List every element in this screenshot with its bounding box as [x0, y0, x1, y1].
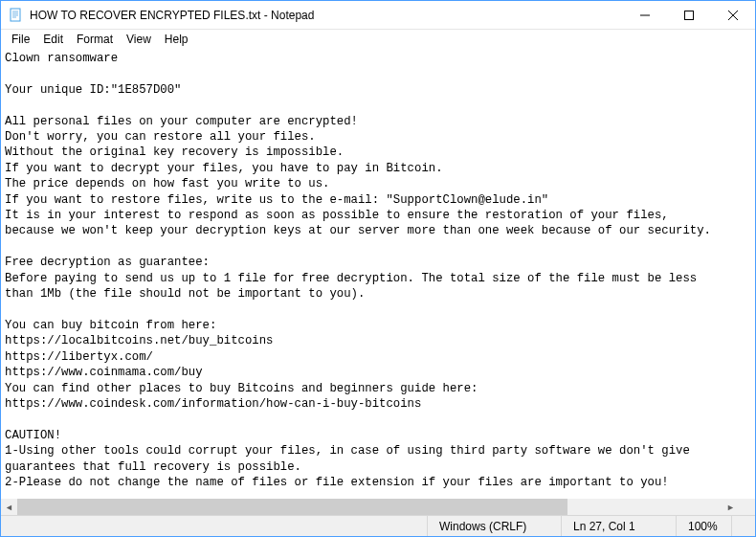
horizontal-scrollbar[interactable]: ◄ ► [1, 499, 739, 515]
status-extra [731, 516, 755, 536]
maximize-button[interactable] [667, 1, 711, 30]
maximize-icon [684, 11, 694, 20]
status-position: Ln 27, Col 1 [561, 516, 676, 536]
editor-area: Clown ransomware Your unique ID:"1E857D0… [1, 49, 755, 499]
titlebar: HOW TO RECOVER ENCRYPTED FILES.txt - Not… [1, 1, 755, 30]
status-encoding: Windows (CRLF) [427, 516, 561, 536]
svg-rect-6 [685, 11, 694, 20]
text-editor[interactable]: Clown ransomware Your unique ID:"1E857D0… [1, 49, 755, 499]
menu-help[interactable]: Help [158, 31, 195, 48]
minimize-icon [640, 11, 650, 20]
notepad-icon [9, 8, 24, 23]
status-zoom: 100% [676, 516, 731, 536]
menubar: File Edit Format View Help [1, 30, 755, 49]
menu-view[interactable]: View [120, 31, 158, 48]
window-controls [623, 1, 755, 29]
statusbar: Windows (CRLF) Ln 27, Col 1 100% [1, 515, 755, 536]
menu-file[interactable]: File [5, 31, 36, 48]
scroll-track[interactable] [17, 499, 723, 515]
scroll-right-arrow-icon[interactable]: ► [723, 499, 739, 515]
menu-format[interactable]: Format [70, 31, 120, 48]
scroll-left-arrow-icon[interactable]: ◄ [1, 499, 17, 515]
menu-edit[interactable]: Edit [36, 31, 70, 48]
close-icon [728, 11, 738, 20]
close-button[interactable] [711, 1, 755, 30]
window-title: HOW TO RECOVER ENCRYPTED FILES.txt - Not… [30, 9, 623, 22]
minimize-button[interactable] [623, 1, 667, 30]
scroll-thumb[interactable] [17, 499, 567, 515]
scroll-corner [739, 499, 755, 515]
